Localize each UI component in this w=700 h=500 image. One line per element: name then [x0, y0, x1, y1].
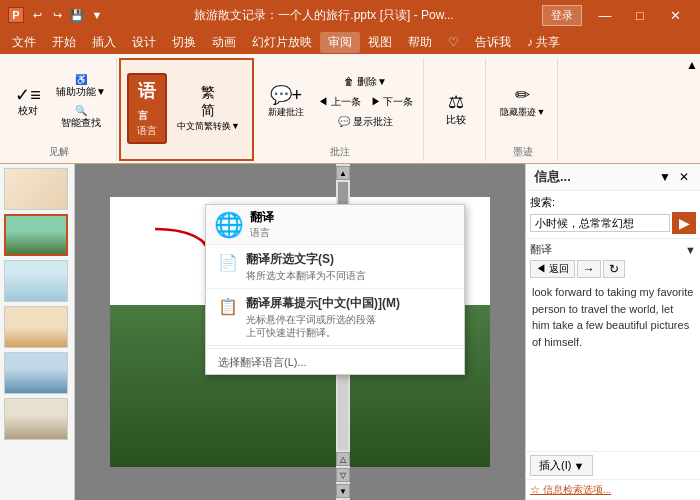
maximize-button[interactable]: □	[623, 0, 657, 30]
delete-comment-button[interactable]: 🗑 删除▼	[314, 73, 418, 91]
search-go-button[interactable]: ▶	[672, 212, 696, 234]
translate-tooltip-icon: 📋	[218, 297, 238, 316]
panel-close-button[interactable]: ✕	[676, 169, 692, 185]
next-comment-button[interactable]: ▶ 下一条	[367, 93, 418, 111]
close-button[interactable]: ✕	[658, 0, 692, 30]
delete-icon: 🗑 删除▼	[344, 75, 387, 89]
save-button[interactable]: 💾	[68, 6, 86, 24]
menu-review[interactable]: 审阅	[320, 32, 360, 53]
slide-thumb-2[interactable]: 2	[4, 214, 68, 256]
window-controls: — □ ✕	[588, 0, 692, 30]
login-button[interactable]: 登录	[542, 5, 582, 26]
window-title: 旅游散文记录：一个人的旅行.pptx [只读] - Pow...	[106, 7, 542, 24]
menu-tell-me[interactable]: 告诉我	[467, 32, 519, 53]
result-text: look forward to taking my favorite perso…	[526, 280, 700, 451]
menu-design[interactable]: 设计	[124, 32, 164, 53]
search-input[interactable]	[530, 214, 670, 232]
context-menu-header-text: 翻译 语言	[250, 209, 274, 240]
translate-tooltip-desc: 光标悬停在字词或所选的段落上可快速进行翻译。	[246, 313, 452, 339]
compare-icon: ⚖	[448, 91, 464, 113]
slide-thumb-3[interactable]: 3	[4, 260, 68, 302]
menu-help[interactable]: 帮助	[400, 32, 440, 53]
slide-thumb-1[interactable]: 1	[4, 168, 68, 210]
prev-icon: ◀ 上一条	[318, 95, 361, 109]
collapse-ribbon-button[interactable]: ▲	[686, 58, 698, 72]
chinese-convert-label: 中文简繁转换▼	[177, 120, 240, 133]
menu-file[interactable]: 文件	[4, 32, 44, 53]
panel-controls: ▼ ✕	[656, 169, 692, 185]
menu-slideshow[interactable]: 幻灯片放映	[244, 32, 320, 53]
new-comment-icon: 💬+	[270, 84, 303, 106]
scroll-up-button[interactable]: ▲	[336, 166, 350, 180]
redo-button[interactable]: ↪	[48, 6, 66, 24]
translate-label-text: 翻译	[530, 242, 552, 257]
slide-thumb-5[interactable]: 5	[4, 352, 68, 394]
ribbon-group-insights: ✓≡ 校对 ♿ 辅助功能▼ 🔍 智能查找 见解	[2, 58, 117, 161]
menu-share[interactable]: ♪ 共享	[519, 32, 568, 53]
translate-tooltip-content: 翻译屏幕提示[中文(中国)](M) 光标悬停在字词或所选的段落上可快速进行翻译。	[246, 295, 452, 339]
search-box: 搜索: ▶	[526, 191, 700, 239]
slide-thumb-4[interactable]: 4	[4, 306, 68, 348]
accessibility-button[interactable]: ♿ 辅助功能▼	[52, 72, 110, 101]
translate-tooltip-item[interactable]: 📋 翻译屏幕提示[中文(中国)](M) 光标悬停在字词或所选的段落上可快速进行翻…	[206, 289, 464, 346]
menu-insert[interactable]: 插入	[84, 32, 124, 53]
canvas-area: 这是一段旅行文字内容... 光, 我是这一些文字在这里... 🌐 翻译 语言 📄…	[75, 164, 525, 500]
search-label: 搜索:	[530, 195, 696, 210]
chinese-convert-icon: 繁简	[201, 84, 215, 120]
accessibility-label: 辅助功能▼	[56, 85, 106, 99]
slide-thumb-6[interactable]: 6	[4, 398, 68, 440]
nav-back-button[interactable]: ◀ 返回	[530, 260, 575, 278]
prev-comment-button[interactable]: ◀ 上一条	[314, 93, 365, 111]
translate-selection-title: 翻译所选文字(S)	[246, 251, 452, 268]
scroll-down-button[interactable]: ▼	[336, 484, 350, 498]
insert-button[interactable]: 插入(I) ▼	[530, 455, 593, 476]
translate-title: 翻译	[250, 209, 274, 226]
compare-button[interactable]: ⚖ 比较	[436, 87, 476, 131]
select-language-link[interactable]: 选择翻译语言(L)...	[206, 351, 464, 374]
translate-tooltip-title: 翻译屏幕提示[中文(中国)](M)	[246, 295, 452, 312]
show-comments-button[interactable]: 💬 显示批注	[314, 113, 418, 131]
panel-footer[interactable]: ☆ 信息检索选项...	[526, 479, 700, 500]
menu-animations[interactable]: 动画	[204, 32, 244, 53]
undo-button[interactable]: ↩	[28, 6, 46, 24]
search-row: ▶	[530, 212, 696, 234]
language-buttons: 语言 语言 繁简 中文简繁转换▼	[127, 62, 246, 155]
translate-selection-desc: 将所选文本翻译为不同语言	[246, 269, 452, 282]
ribbon-group-language: 语言 语言 繁简 中文简繁转换▼	[119, 58, 254, 161]
next-icon: ▶ 下一条	[371, 95, 414, 109]
translate-selection-item[interactable]: 📄 翻译所选文字(S) 将所选文本翻译为不同语言	[206, 245, 464, 289]
nav-row: ◀ 返回 → ↻	[530, 260, 696, 278]
menu-heart[interactable]: ♡	[440, 33, 467, 51]
scroll-page-up[interactable]: △	[336, 452, 350, 466]
menu-view[interactable]: 视图	[360, 32, 400, 53]
app-icon: P	[8, 7, 24, 23]
language-button[interactable]: 语言 语言	[127, 73, 167, 144]
compare-buttons: ⚖ 比较	[436, 60, 476, 157]
smart-lookup-button[interactable]: 🔍 智能查找	[52, 103, 110, 132]
minimize-button[interactable]: —	[588, 0, 622, 30]
thumb-content-4	[5, 307, 67, 347]
hide-ink-button[interactable]: ✏ 隐藏墨迹▼	[494, 80, 551, 123]
language-icon: 语言	[138, 79, 156, 124]
hide-ink-label: 隐藏墨迹▼	[500, 106, 545, 119]
panel-expand-button[interactable]: ▼	[656, 169, 674, 185]
proofing-button[interactable]: ✓≡ 校对	[8, 82, 48, 122]
group-buttons: ✓≡ 校对 ♿ 辅助功能▼ 🔍 智能查找	[8, 60, 110, 143]
translate-header-icon: 🌐	[214, 211, 244, 239]
menu-home[interactable]: 开始	[44, 32, 84, 53]
menu-transitions[interactable]: 切换	[164, 32, 204, 53]
chinese-convert-button[interactable]: 繁简 中文简繁转换▼	[171, 80, 246, 137]
group-label-insights: 见解	[49, 145, 69, 159]
thumb-content-1	[5, 169, 67, 209]
nav-refresh-button[interactable]: ↻	[603, 260, 625, 278]
translate-section: 翻译 ▼	[526, 239, 700, 260]
new-comment-button[interactable]: 💬+ 新建批注	[262, 80, 310, 123]
scroll-page-down[interactable]: ▽	[336, 468, 350, 482]
ribbon-collapse[interactable]: ▲	[686, 58, 698, 161]
translate-arrow: ▼	[685, 244, 696, 256]
menu-bar: 文件 开始 插入 设计 切换 动画 幻灯片放映 审阅 视图 帮助 ♡ 告诉我 ♪…	[0, 30, 700, 54]
quick-access-more[interactable]: ▼	[88, 6, 106, 24]
nav-forward-button[interactable]: →	[577, 260, 601, 278]
context-separator	[206, 348, 464, 349]
group-label-comments: 批注	[330, 145, 350, 159]
